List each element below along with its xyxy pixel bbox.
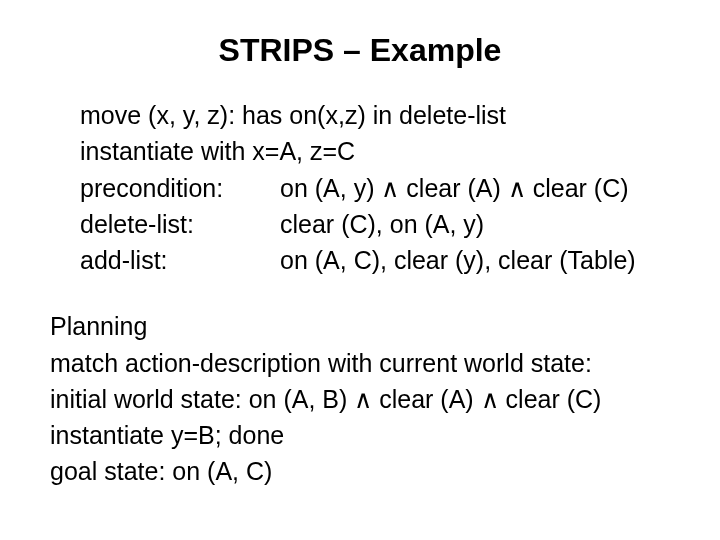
- add-list-row: add-list: on (A, C), clear (y), clear (T…: [80, 242, 680, 278]
- precondition-value: on (A, y) ∧ clear (A) ∧ clear (C): [280, 170, 680, 206]
- delete-list-row: delete-list: clear (C), on (A, y): [80, 206, 680, 242]
- delete-list-label: delete-list:: [80, 206, 280, 242]
- initial-state-line: initial world state: on (A, B) ∧ clear (…: [50, 381, 680, 417]
- instantiate-y-line: instantiate y=B; done: [50, 417, 680, 453]
- instantiate-line: instantiate with x=A, z=C: [80, 133, 680, 169]
- move-definition: move (x, y, z): has on(x,z) in delete-li…: [80, 97, 680, 133]
- add-list-value: on (A, C), clear (y), clear (Table): [280, 242, 680, 278]
- definition-block: move (x, y, z): has on(x,z) in delete-li…: [80, 97, 680, 278]
- add-list-label: add-list:: [80, 242, 280, 278]
- planning-block: Planning match action-description with c…: [50, 308, 680, 489]
- delete-list-value: clear (C), on (A, y): [280, 206, 680, 242]
- match-line: match action-description with current wo…: [50, 345, 680, 381]
- slide: STRIPS – Example move (x, y, z): has on(…: [0, 0, 720, 540]
- slide-title: STRIPS – Example: [40, 32, 680, 69]
- precondition-row: precondition: on (A, y) ∧ clear (A) ∧ cl…: [80, 170, 680, 206]
- goal-state-line: goal state: on (A, C): [50, 453, 680, 489]
- planning-heading: Planning: [50, 308, 680, 344]
- precondition-label: precondition:: [80, 170, 280, 206]
